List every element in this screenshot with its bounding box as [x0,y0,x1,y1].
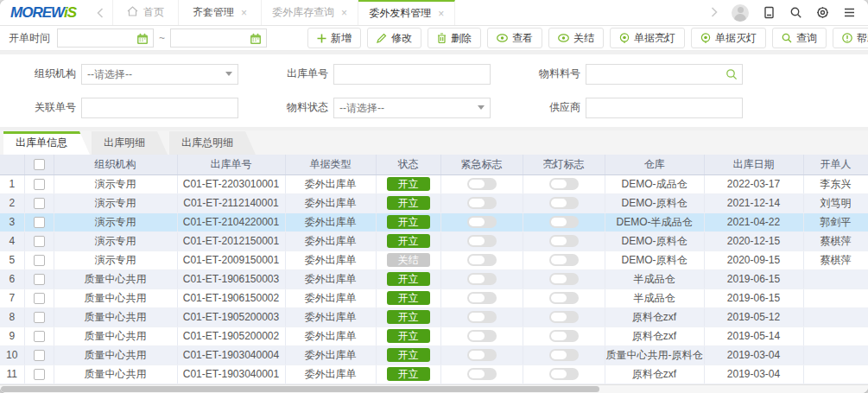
tabs-scroll-right-icon[interactable] [711,5,718,21]
light-toggle[interactable] [549,254,579,266]
light-on-button[interactable]: 单据亮灯 [610,28,685,48]
cell-org: 质量中心共用 [54,288,177,307]
tab-outbound-info[interactable]: 出库单信息 [3,131,90,155]
table-row[interactable]: 2 演示专用 C01-ET-2112140001 委外出库单 开立 DEMO-原… [0,193,868,212]
light-toggle[interactable] [549,273,579,285]
table-row[interactable]: 1 演示专用 C01-ET-2203010001 委外出库单 开立 DEMO-成… [0,174,868,193]
nav-tab-home[interactable]: 首页 [112,0,179,25]
close-icon[interactable]: × [438,8,444,20]
urgent-toggle[interactable] [467,197,497,209]
light-toggle[interactable] [549,197,579,209]
table-row[interactable]: 9 质量中心共用 C01-ET-1905200002 委外出库单 开立 原料仓z… [0,326,868,345]
material-status-select[interactable]: --请选择-- [333,98,491,118]
related-no-input[interactable] [82,98,238,117]
table-row[interactable]: 6 质量中心共用 C01-ET-1906150003 委外出库单 开立 半成品仓… [0,269,868,288]
menu-icon[interactable] [843,6,856,19]
cell-creator [803,307,868,326]
row-checkbox[interactable] [34,369,45,380]
table-row[interactable]: 4 演示专用 C01-ET-2012150001 委外出库单 开立 DEMO-原… [0,231,868,250]
tab-outbound-total-detail[interactable]: 出库总明细 [169,131,256,155]
light-toggle[interactable] [549,178,579,190]
nav-tab-weiwai-kucun[interactable]: 委外库存查询 × [262,0,358,25]
supplier-input[interactable] [586,98,742,117]
urgent-toggle[interactable] [467,292,497,304]
table-row[interactable]: 8 质量中心共用 C01-ET-1905200003 委外出库单 开立 原料仓z… [0,307,868,326]
row-checkbox[interactable] [34,255,45,266]
urgent-toggle[interactable] [467,273,497,285]
device-icon[interactable] [763,6,776,19]
urgent-toggle[interactable] [467,311,497,323]
header-org[interactable]: 组织机构 [54,155,177,174]
header-light-flag[interactable]: 亮灯标志 [523,155,605,174]
add-button[interactable]: 新增 [307,28,361,48]
urgent-toggle[interactable] [467,254,497,266]
table-row[interactable]: 11 质量中心共用 C01-ET-1903040001 委外出库单 开立 原料仓… [0,364,868,383]
nav-tab-label: 齐套管理 [193,5,234,20]
row-checkbox[interactable] [34,350,45,361]
row-checkbox[interactable] [34,312,45,323]
cell-org: 质量中心共用 [54,326,177,345]
close-order-button[interactable]: 关结 [548,28,604,48]
urgent-toggle[interactable] [467,216,497,228]
material-no-input[interactable] [586,65,742,84]
light-toggle[interactable] [549,292,579,304]
header-order-no[interactable]: 出库单号 [177,155,285,174]
select-all-checkbox[interactable] [34,159,45,170]
search-icon[interactable] [789,6,802,19]
close-icon[interactable]: × [241,7,247,19]
table-row[interactable]: 10 质量中心共用 C01-ET-1903040004 委外出库单 开立 质量中… [0,345,868,364]
row-checkbox[interactable] [34,217,45,228]
row-checkbox[interactable] [34,236,45,247]
table-row[interactable]: 5 演示专用 C01-ET-2009150001 委外出库单 关结 DEMO-原… [0,250,868,269]
header-doc-type[interactable]: 单据类型 [285,155,376,174]
order-no-input[interactable] [334,65,490,84]
light-toggle[interactable] [549,216,579,228]
light-toggle[interactable] [549,330,579,342]
row-number: 9 [0,326,24,345]
light-toggle[interactable] [549,235,579,247]
row-checkbox[interactable] [34,198,45,209]
row-checkbox[interactable] [34,179,45,190]
light-off-button[interactable]: 单据灭灯 [691,28,766,48]
tab-outbound-detail[interactable]: 出库明细 [92,131,168,155]
cell-order-no: C01-ET-1903040001 [177,364,285,383]
table-row[interactable]: 3 演示专用 C01-ET-2104220001 委外出库单 开立 DEMO-半… [0,212,868,231]
header-urgent-flag[interactable]: 紧急标志 [440,155,523,174]
delete-button[interactable]: 删除 [428,28,481,48]
nav-tab-weiwai-fali[interactable]: 委外发料管理 × [358,0,455,25]
urgent-toggle[interactable] [467,178,497,190]
cell-creator: 李东兴 [803,174,868,193]
cell-warehouse: DEMO-成品仓 [605,174,704,193]
nav-tab-qitao[interactable]: 齐套管理 × [179,0,262,25]
row-checkbox[interactable] [34,274,45,285]
row-checkbox[interactable] [34,293,45,304]
tabs-scroll-left-icon[interactable] [88,0,112,25]
urgent-toggle[interactable] [467,349,497,361]
help-button[interactable]: 帮助 [833,28,868,48]
edit-button[interactable]: 修改 [367,28,421,48]
light-toggle[interactable] [549,311,579,323]
header-creator[interactable]: 开单人 [803,155,868,174]
row-checkbox[interactable] [34,331,45,342]
scrollbar-thumb[interactable] [1,386,599,392]
close-icon[interactable]: × [341,7,347,19]
header-warehouse[interactable]: 仓库 [605,155,704,174]
gear-icon[interactable] [816,6,829,19]
view-button[interactable]: 查看 [487,28,542,48]
light-toggle[interactable] [549,368,579,380]
cell-order-no: C01-ET-1905200002 [177,326,285,345]
header-status[interactable]: 状态 [376,155,440,174]
query-button[interactable]: 查询 [772,28,827,48]
org-select[interactable]: --请选择-- [81,64,238,85]
table-row[interactable]: 7 质量中心共用 C01-ET-1906150002 委外出库单 开立 半成品仓… [0,288,868,307]
horizontal-scrollbar[interactable] [0,384,868,393]
header-date[interactable]: 出库日期 [704,155,803,174]
cell-date: 2020-12-15 [704,231,803,250]
urgent-toggle[interactable] [467,368,497,380]
urgent-toggle[interactable] [467,330,497,342]
row-number: 8 [0,307,24,326]
toggle-knob [469,294,485,302]
urgent-toggle[interactable] [467,235,497,247]
avatar[interactable] [732,4,749,22]
light-toggle[interactable] [549,349,579,361]
